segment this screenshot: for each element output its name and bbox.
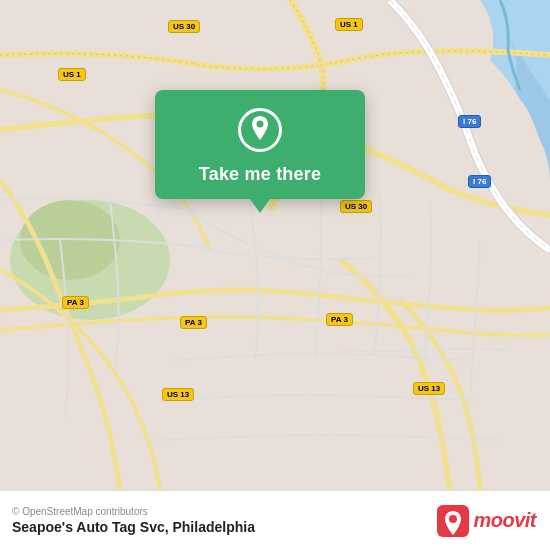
road-badge-i76-lower: I 76 xyxy=(468,175,491,188)
bottom-info: © OpenStreetMap contributors Seapoe's Au… xyxy=(12,506,255,535)
map-container: US 1 US 30 US 1 US 1 US 30 I 76 I 76 PA … xyxy=(0,0,550,490)
svg-point-5 xyxy=(449,515,457,523)
moovit-brand-text: moovit xyxy=(473,509,536,532)
road-badge-us13-left: US 13 xyxy=(162,388,194,401)
road-badge-us1-left: US 1 xyxy=(58,68,86,81)
road-badge-us13-right: US 13 xyxy=(413,382,445,395)
take-me-there-button[interactable]: Take me there xyxy=(199,164,321,185)
road-badge-pa3-left: PA 3 xyxy=(62,296,89,309)
road-badge-pa3-center-left: PA 3 xyxy=(180,316,207,329)
road-badge-us30-top: US 30 xyxy=(168,20,200,33)
bottom-bar: © OpenStreetMap contributors Seapoe's Au… xyxy=(0,490,550,550)
location-name: Seapoe's Auto Tag Svc, Philadelphia xyxy=(12,519,255,535)
road-badge-us1-top: US 1 xyxy=(335,18,363,31)
moovit-icon xyxy=(437,505,469,537)
road-badge-us30-right: US 30 xyxy=(340,200,372,213)
svg-point-3 xyxy=(257,121,264,128)
moovit-logo: moovit xyxy=(437,505,536,537)
road-badge-pa3-center-right: PA 3 xyxy=(326,313,353,326)
attribution-text: © OpenStreetMap contributors xyxy=(12,506,255,517)
road-badge-i76-top: I 76 xyxy=(458,115,481,128)
popup-card: Take me there xyxy=(155,90,365,199)
location-icon-circle xyxy=(238,108,282,152)
